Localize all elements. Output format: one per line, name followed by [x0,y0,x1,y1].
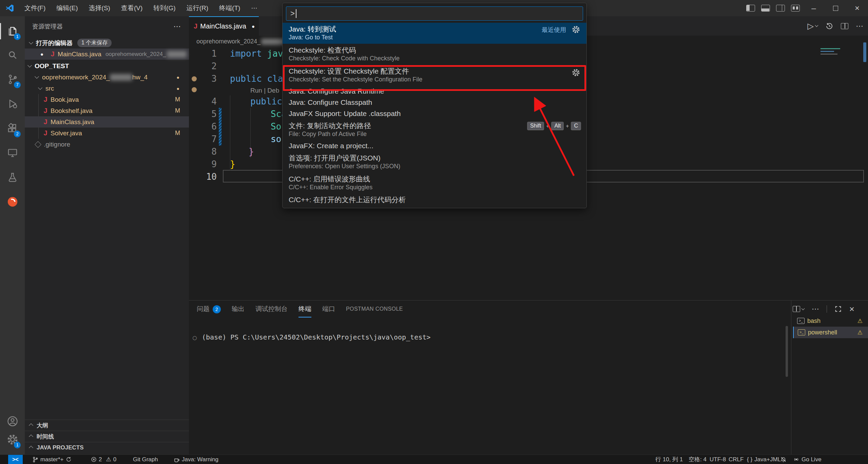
tree-file-gitignore[interactable]: .gitignore [25,139,189,150]
configure-keybinding-gear-icon[interactable] [572,25,580,34]
tree-file-solver[interactable]: J Solver.java M [25,128,189,139]
scrollbar-decoration[interactable] [863,42,866,62]
breadcrumb-item[interactable]: ooprehomework_2024_ [196,38,261,45]
tree-folder-src[interactable]: src ● [25,83,189,94]
split-terminal-icon[interactable] [793,306,804,312]
menu-file[interactable]: 文件(F) [19,0,51,16]
run-history-icon[interactable] [825,22,833,30]
section-label: JAVA PROJECTS [37,444,84,451]
terminal-name: powershell [808,329,837,336]
open-editor-desc: ooprehomework_2024_ [105,51,166,58]
language-mode[interactable]: { } Java+JML [747,455,781,464]
notifications-bell-icon[interactable] [780,455,787,464]
palette-item-copy-path[interactable]: 文件: 复制活动文件的路径 File: Copy Path of Active … [283,119,587,140]
menu-view[interactable]: 查看(V) [116,0,148,16]
menu-run[interactable]: 运行(R) [181,0,214,16]
tree-file-bookshelf[interactable]: J Bookshelf.java M [25,105,189,116]
tab-output[interactable]: 输出 [232,301,245,317]
maximize-button[interactable] [825,0,846,16]
open-editor-item[interactable]: ● J MainClass.java ooprehomework_2024_ [25,49,189,60]
settings-gear-icon[interactable]: 1 [0,428,25,451]
go-live-button[interactable]: Go Live [793,455,822,464]
tree-root-oop-test[interactable]: OOP_TEST [25,60,189,72]
menu-edit[interactable]: 编辑(E) [51,0,83,16]
problems-badge: 2 [213,305,221,313]
editor-more-icon[interactable]: ⋯ [856,22,863,31]
line-number: 3 [189,73,217,85]
gutter-marker-icon[interactable] [192,87,197,92]
menu-selection[interactable]: 选择(S) [83,0,116,16]
toggle-secondary-sidebar-icon[interactable] [776,5,785,12]
source-control-icon[interactable]: 7 [0,68,25,91]
tab-postman-console[interactable]: POSTMAN CONSOLE [346,301,403,317]
search-icon[interactable] [0,43,25,66]
menu-more-icon[interactable]: ⋯ [246,0,263,16]
palette-item-enable-error-squiggles[interactable]: C/C++: 启用错误波形曲线 C/C++: Enable Error Squi… [283,173,587,194]
tab-mainclass[interactable]: J MainClass.java ● [189,16,259,36]
section-outline[interactable]: 大纲 [25,420,189,431]
terminal-prompt-line[interactable]: (base) PS C:\Users\24502\Desktop\Project… [202,333,430,341]
code-line: so [271,133,281,146]
command-decoration-icon[interactable]: ○ [193,333,197,342]
minimize-button[interactable]: – [803,0,825,16]
indentation-status[interactable]: 空格: 4 [689,455,707,464]
section-java-projects[interactable]: JAVA PROJECTS [25,442,189,453]
palette-item-check-code[interactable]: Checkstyle: 检查代码 Checkstyle: Check Code … [283,44,587,65]
postman-icon[interactable] [0,190,25,213]
terminal-icon: >_ [798,329,805,335]
tree-file-mainclass[interactable]: J MainClass.java [25,116,189,128]
sidebar-more-icon[interactable]: ⋯ [173,22,181,31]
run-button[interactable]: ▷ [808,21,818,31]
terminal-instance-powershell[interactable]: >_ powershell ⚠ [793,327,868,338]
menu-terminal[interactable]: 终端(T) [214,0,246,16]
remote-explorer-icon[interactable] [0,141,25,165]
close-button[interactable]: × [846,0,868,16]
split-editor-icon[interactable] [841,23,848,29]
codelens[interactable]: Run | Deb [250,84,279,94]
encoding-status[interactable]: UTF-8 [710,455,726,464]
tab-debug-console[interactable]: 调试控制台 [255,301,288,317]
dirty-dot-icon[interactable]: ● [252,23,255,29]
cursor-position[interactable]: 行 10, 列 1 [655,455,683,464]
remote-indicator[interactable]: >< [8,455,23,464]
minimap[interactable] [821,48,840,55]
command-prompt-char: > [290,9,295,18]
panel-more-icon[interactable]: ⋯ [812,305,819,313]
problems-status[interactable]: 2 ⚠ 0 [91,455,116,464]
terminal-scrollbar[interactable] [786,326,788,377]
tree-file-book[interactable]: J Book.java M [25,94,189,105]
palette-item-configure-classpath[interactable]: Java: Configure Classpath [283,97,587,108]
terminal-instance-bash[interactable]: >_ bash ⚠ [793,315,868,327]
open-editors-header[interactable]: 打开的编辑器 1 个未保存 [25,37,189,49]
toggle-sidebar-icon[interactable] [746,5,755,12]
close-panel-icon[interactable]: × [849,304,854,314]
menu-go[interactable]: 转到(G) [148,0,181,16]
git-change-gutter[interactable] [219,108,221,146]
tab-terminal[interactable]: 终端 [298,301,311,317]
tab-problems[interactable]: 问题 [197,301,210,317]
toggle-panel-icon[interactable] [761,5,770,12]
git-branch-status[interactable]: master*+ [32,455,72,464]
command-input[interactable]: > [286,6,583,21]
explorer-icon[interactable]: 1 [0,20,25,43]
palette-item-go-to-test[interactable]: Java: 转到测试 Java: Go to Test 最近使用 [283,23,587,44]
customize-layout-icon[interactable] [791,5,800,12]
redacted-text [110,74,132,81]
testing-icon[interactable] [0,166,25,189]
palette-item-open-user-settings[interactable]: 首选项: 打开用户设置(JSON) Preferences: Open User… [283,152,587,173]
extensions-icon[interactable]: 2 [0,117,25,140]
vscode-logo [5,4,14,13]
run-debug-icon[interactable] [0,92,25,115]
eol-status[interactable]: CRLF [729,455,744,464]
palette-item-javafx-create-project[interactable]: JavaFX: Create a project... [283,140,587,152]
tab-ports[interactable]: 端口 [322,301,335,317]
palette-item-run-code-analysis[interactable]: C/C++: 在打开的文件上运行代码分析 [283,194,587,205]
java-status[interactable]: Java: Warning [174,455,218,464]
maximize-panel-icon[interactable] [834,305,842,313]
section-timeline[interactable]: 时间线 [25,431,189,442]
java-file-icon: J [42,129,49,137]
git-graph-button[interactable]: Git Graph [133,455,158,464]
sidebar-title: 资源管理器 [32,22,63,31]
tree-folder-ooprehomework[interactable]: ooprehomework_2024_ hw_4 ● [25,72,189,83]
palette-item-update-classpath[interactable]: JavaFX Support: Update .classpath [283,108,587,119]
